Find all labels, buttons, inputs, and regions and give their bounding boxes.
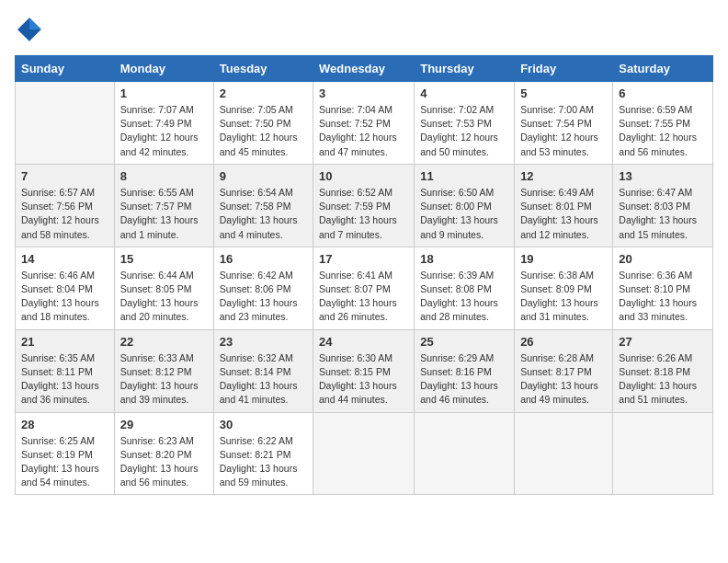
calendar-cell: 8Sunrise: 6:55 AMSunset: 7:57 PMDaylight… (114, 164, 213, 247)
day-number: 27 (619, 335, 707, 349)
day-info: Sunrise: 7:07 AMSunset: 7:49 PMDaylight:… (120, 103, 208, 159)
calendar-cell: 2Sunrise: 7:05 AMSunset: 7:50 PMDaylight… (213, 82, 313, 165)
calendar-cell: 18Sunrise: 6:39 AMSunset: 8:08 PMDayligh… (415, 247, 515, 329)
header-wednesday: Wednesday (313, 56, 415, 82)
calendar-cell: 25Sunrise: 6:29 AMSunset: 8:16 PMDayligh… (415, 329, 515, 412)
day-info: Sunrise: 6:32 AMSunset: 8:14 PMDaylight:… (220, 351, 307, 408)
day-info: Sunrise: 6:59 AMSunset: 7:55 PMDaylight:… (619, 103, 707, 159)
calendar-cell: 3Sunrise: 7:04 AMSunset: 7:52 PMDaylight… (313, 82, 415, 165)
day-info: Sunrise: 6:30 AMSunset: 8:15 PMDaylight:… (319, 351, 408, 408)
calendar-cell: 1Sunrise: 7:07 AMSunset: 7:49 PMDaylight… (114, 82, 213, 165)
calendar-cell: 19Sunrise: 6:38 AMSunset: 8:09 PMDayligh… (515, 247, 613, 329)
header-sunday: Sunday (16, 56, 115, 82)
calendar-week-3: 14Sunrise: 6:46 AMSunset: 8:04 PMDayligh… (16, 247, 713, 329)
day-info: Sunrise: 6:22 AMSunset: 8:21 PMDaylight:… (220, 434, 307, 490)
day-number: 28 (21, 418, 108, 431)
day-info: Sunrise: 7:00 AMSunset: 7:54 PMDaylight:… (520, 103, 607, 159)
day-info: Sunrise: 6:39 AMSunset: 8:08 PMDaylight:… (420, 269, 508, 325)
calendar-cell: 29Sunrise: 6:23 AMSunset: 8:20 PMDayligh… (114, 412, 213, 495)
day-info: Sunrise: 7:05 AMSunset: 7:50 PMDaylight:… (220, 103, 307, 159)
calendar-cell: 26Sunrise: 6:28 AMSunset: 8:17 PMDayligh… (515, 329, 613, 412)
day-number: 8 (120, 169, 208, 183)
header-friday: Friday (515, 56, 613, 82)
day-info: Sunrise: 6:41 AMSunset: 8:07 PMDaylight:… (319, 269, 408, 325)
calendar-week-4: 21Sunrise: 6:35 AMSunset: 8:11 PMDayligh… (16, 329, 713, 412)
header-monday: Monday (114, 56, 213, 82)
day-number: 22 (120, 335, 208, 349)
day-number: 19 (520, 252, 607, 266)
day-info: Sunrise: 6:50 AMSunset: 8:00 PMDaylight:… (420, 186, 508, 242)
day-info: Sunrise: 6:57 AMSunset: 7:56 PMDaylight:… (21, 186, 108, 242)
day-number: 14 (21, 252, 108, 266)
day-number: 1 (120, 86, 208, 100)
day-number: 21 (21, 335, 108, 349)
calendar-cell: 13Sunrise: 6:47 AMSunset: 8:03 PMDayligh… (613, 164, 713, 247)
day-number: 9 (220, 169, 307, 183)
page-header (15, 15, 713, 44)
day-info: Sunrise: 7:02 AMSunset: 7:53 PMDaylight:… (420, 103, 508, 159)
day-info: Sunrise: 6:23 AMSunset: 8:20 PMDaylight:… (120, 434, 208, 490)
calendar-week-2: 7Sunrise: 6:57 AMSunset: 7:56 PMDaylight… (16, 164, 713, 247)
day-number: 4 (420, 86, 508, 100)
calendar-cell (16, 82, 115, 165)
day-number: 30 (220, 418, 307, 431)
calendar-cell: 11Sunrise: 6:50 AMSunset: 8:00 PMDayligh… (415, 164, 515, 247)
calendar-cell: 14Sunrise: 6:46 AMSunset: 8:04 PMDayligh… (16, 247, 115, 329)
calendar-cell: 10Sunrise: 6:52 AMSunset: 7:59 PMDayligh… (313, 164, 415, 247)
calendar-cell (515, 412, 613, 495)
calendar-cell (415, 412, 515, 495)
calendar-cell: 30Sunrise: 6:22 AMSunset: 8:21 PMDayligh… (213, 412, 313, 495)
day-number: 6 (619, 86, 707, 100)
day-info: Sunrise: 6:49 AMSunset: 8:01 PMDaylight:… (520, 186, 607, 242)
day-number: 17 (319, 252, 408, 266)
calendar-cell: 4Sunrise: 7:02 AMSunset: 7:53 PMDaylight… (415, 82, 515, 165)
day-info: Sunrise: 6:33 AMSunset: 8:12 PMDaylight:… (120, 351, 208, 408)
day-info: Sunrise: 6:38 AMSunset: 8:09 PMDaylight:… (520, 269, 607, 325)
header-thursday: Thursday (415, 56, 515, 82)
day-number: 11 (420, 169, 508, 183)
calendar-week-1: 1Sunrise: 7:07 AMSunset: 7:49 PMDaylight… (16, 82, 713, 165)
day-info: Sunrise: 6:25 AMSunset: 8:19 PMDaylight:… (21, 434, 108, 490)
day-number: 7 (21, 169, 108, 183)
day-info: Sunrise: 6:26 AMSunset: 8:18 PMDaylight:… (619, 351, 707, 408)
calendar-cell: 15Sunrise: 6:44 AMSunset: 8:05 PMDayligh… (114, 247, 213, 329)
day-info: Sunrise: 6:28 AMSunset: 8:17 PMDaylight:… (520, 351, 607, 408)
calendar-cell: 9Sunrise: 6:54 AMSunset: 7:58 PMDaylight… (213, 164, 313, 247)
day-number: 23 (220, 335, 307, 349)
calendar-week-5: 28Sunrise: 6:25 AMSunset: 8:19 PMDayligh… (16, 412, 713, 495)
calendar-cell: 16Sunrise: 6:42 AMSunset: 8:06 PMDayligh… (213, 247, 313, 329)
day-number: 16 (220, 252, 307, 266)
day-number: 12 (520, 169, 607, 183)
day-info: Sunrise: 6:55 AMSunset: 7:57 PMDaylight:… (120, 186, 208, 242)
calendar-cell: 23Sunrise: 6:32 AMSunset: 8:14 PMDayligh… (213, 329, 313, 412)
header-saturday: Saturday (613, 56, 713, 82)
day-info: Sunrise: 6:52 AMSunset: 7:59 PMDaylight:… (319, 186, 408, 242)
svg-marker-2 (17, 29, 29, 41)
day-number: 15 (120, 252, 208, 266)
calendar-cell: 20Sunrise: 6:36 AMSunset: 8:10 PMDayligh… (613, 247, 713, 329)
calendar-cell (313, 412, 415, 495)
calendar-cell: 28Sunrise: 6:25 AMSunset: 8:19 PMDayligh… (16, 412, 115, 495)
day-info: Sunrise: 6:54 AMSunset: 7:58 PMDaylight:… (220, 186, 307, 242)
day-info: Sunrise: 6:29 AMSunset: 8:16 PMDaylight:… (420, 351, 508, 408)
header-tuesday: Tuesday (213, 56, 313, 82)
day-info: Sunrise: 7:04 AMSunset: 7:52 PMDaylight:… (319, 103, 408, 159)
calendar-cell (613, 412, 713, 495)
calendar-cell: 21Sunrise: 6:35 AMSunset: 8:11 PMDayligh… (16, 329, 115, 412)
day-number: 24 (319, 335, 408, 349)
day-number: 18 (420, 252, 508, 266)
calendar-cell: 24Sunrise: 6:30 AMSunset: 8:15 PMDayligh… (313, 329, 415, 412)
calendar-cell: 17Sunrise: 6:41 AMSunset: 8:07 PMDayligh… (313, 247, 415, 329)
logo (15, 15, 48, 44)
day-info: Sunrise: 6:46 AMSunset: 8:04 PMDaylight:… (21, 269, 108, 325)
calendar-cell: 22Sunrise: 6:33 AMSunset: 8:12 PMDayligh… (114, 329, 213, 412)
day-info: Sunrise: 6:42 AMSunset: 8:06 PMDaylight:… (220, 269, 307, 325)
day-number: 13 (619, 169, 707, 183)
day-number: 20 (619, 252, 707, 266)
day-number: 3 (319, 86, 408, 100)
day-info: Sunrise: 6:35 AMSunset: 8:11 PMDaylight:… (21, 351, 108, 408)
day-info: Sunrise: 6:47 AMSunset: 8:03 PMDaylight:… (619, 186, 707, 242)
day-info: Sunrise: 6:36 AMSunset: 8:10 PMDaylight:… (619, 269, 707, 325)
calendar-table: SundayMondayTuesdayWednesdayThursdayFrid… (15, 55, 713, 495)
calendar-cell: 7Sunrise: 6:57 AMSunset: 7:56 PMDaylight… (16, 164, 115, 247)
